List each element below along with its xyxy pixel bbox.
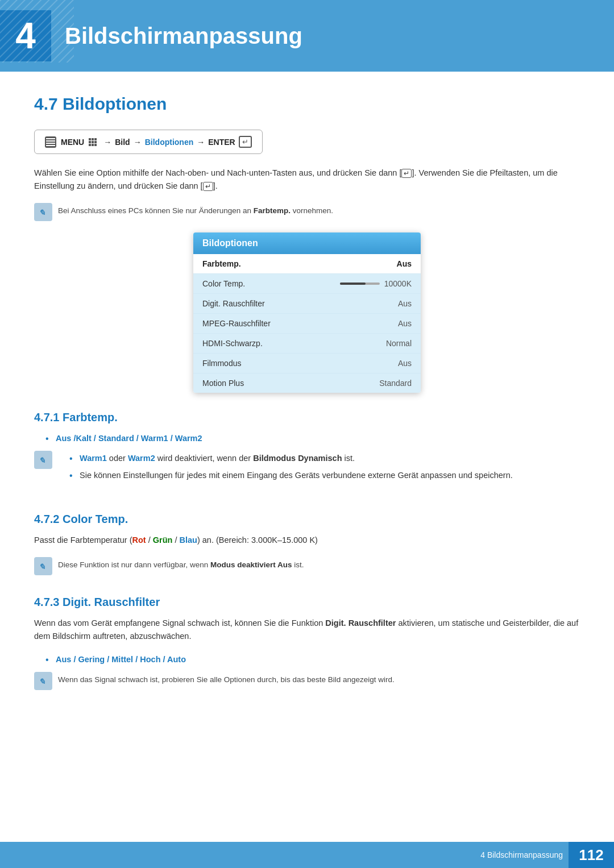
arrow3: → [197, 138, 205, 147]
digit-rausch-desc: Wenn das vom Gerät empfangene Signal sch… [34, 617, 580, 643]
note-text-473: Wenn das Signal schwach ist, probieren S… [58, 672, 395, 686]
svg-text:✎: ✎ [39, 456, 45, 465]
digit-rausch-bullet-1: Aus / Gering / Mittel / Hoch / Auto [45, 653, 580, 666]
content-area: 4.7 Bildoptionen MENU → Bild → Bildoptio… [0, 72, 614, 746]
page-header: 4 Bildschirmanpassung [0, 0, 614, 72]
header-pattern [0, 0, 74, 63]
description1: Wählen Sie eine Option mithilfe der Nach… [34, 167, 580, 193]
section-472-heading: 4.7.2 Color Temp. [34, 513, 580, 526]
svg-rect-1 [0, 0, 74, 63]
section-47-heading: 4.7 Bildoptionen [34, 94, 580, 114]
digit-rausch-bullet-list: Aus / Gering / Mittel / Hoch / Auto [45, 653, 580, 666]
page-footer: 4 Bildschirmanpassung 112 [0, 842, 614, 868]
note-box-472: ✎ Diese Funktion ist nur dann verfügbar,… [34, 557, 580, 575]
svg-rect-8 [89, 144, 91, 146]
svg-text:✎: ✎ [39, 562, 45, 571]
svg-rect-7 [94, 141, 97, 143]
note-icon-1: ✎ [34, 203, 52, 221]
footer-text: 4 Bildschirmanpassung [480, 850, 563, 859]
arrow1: → [103, 138, 111, 147]
section-471-heading: 4.7.1 Farbtemp. [34, 411, 580, 424]
bildoptionen-label: Bildoptionen [145, 138, 194, 147]
color-temp-slider [340, 283, 380, 285]
color-temp-desc: Passt die Farbtemperatur (Rot / Grün / B… [34, 534, 580, 547]
svg-rect-2 [89, 138, 91, 140]
menu-icon [45, 136, 56, 148]
menu-path-box: MENU → Bild → Bildoptionen → ENTER ↵ [34, 130, 263, 154]
svg-rect-6 [92, 141, 94, 143]
farbtemp-notes: Warm1 oder Warm2 wird deaktiviert, wenn … [69, 452, 513, 487]
farbtemp-bullet-list: Aus /Kalt / Standard / Warm1 / Warm2 [45, 432, 580, 445]
arrow2: → [134, 138, 142, 147]
chapter-title: Bildschirmanpassung [65, 23, 302, 49]
note-box-1: ✎ Bei Anschluss eines PCs können Sie nur… [34, 203, 580, 221]
menu-row-colortemp: Color Temp. 10000K [193, 274, 421, 294]
section-473-heading: 4.7.3 Digit. Rauschfilter [34, 596, 580, 609]
svg-rect-3 [92, 138, 94, 140]
svg-rect-4 [94, 138, 97, 140]
farbtemp-bullet-1: Aus /Kalt / Standard / Warm1 / Warm2 [45, 432, 580, 445]
menu-row-hdmi: HDMI-Schwarzp. Normal [193, 334, 421, 354]
svg-rect-5 [89, 141, 91, 143]
menu-row-farbtemp: Farbtemp. Aus [193, 254, 421, 274]
note-text-472: Diese Funktion ist nur dann verfügbar, w… [58, 557, 304, 571]
enter-label: ENTER [208, 138, 235, 147]
svg-text:✎: ✎ [39, 677, 45, 686]
svg-rect-9 [92, 144, 94, 146]
ui-menu: Bildoptionen Farbtemp. Aus Color Temp. 1… [193, 232, 421, 393]
note-text-1: Bei Anschluss eines PCs können Sie nur Ä… [58, 203, 333, 217]
farbtemp-note-2: Sie können Einstellungen für jedes mit e… [69, 469, 513, 481]
menu-grid-icon [89, 138, 99, 146]
svg-rect-10 [94, 144, 97, 146]
svg-text:✎: ✎ [39, 208, 45, 217]
ui-menu-header: Bildoptionen [193, 232, 421, 254]
menu-row-digit-rausch: Digit. Rauschfilter Aus [193, 294, 421, 314]
bild-label: Bild [115, 138, 130, 147]
footer-page-number: 112 [569, 842, 614, 868]
menu-label: MENU [61, 138, 84, 147]
note-box-471a: ✎ Warm1 oder Warm2 wird deaktiviert, wen… [34, 451, 580, 492]
note-icon-471a: ✎ [34, 451, 52, 469]
enter-icon: ↵ [239, 136, 252, 148]
menu-row-motion-plus: Motion Plus Standard [193, 373, 421, 393]
note-icon-473: ✎ [34, 672, 52, 690]
note-icon-472: ✎ [34, 557, 52, 575]
farbtemp-note-1: Warm1 oder Warm2 wird deaktiviert, wenn … [69, 452, 513, 464]
menu-row-filmmodus: Filmmodus Aus [193, 354, 421, 373]
menu-row-mpeg: MPEG-Rauschfilter Aus [193, 314, 421, 334]
ui-menu-container: Bildoptionen Farbtemp. Aus Color Temp. 1… [34, 232, 580, 393]
note-box-473: ✎ Wenn das Signal schwach ist, probieren… [34, 672, 580, 690]
